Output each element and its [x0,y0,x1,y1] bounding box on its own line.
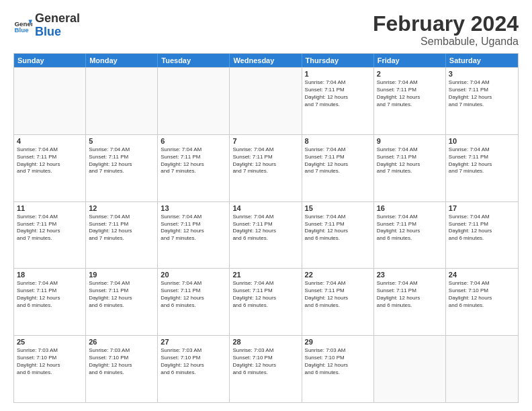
day-info: Sunrise: 7:04 AMSunset: 7:11 PMDaylight:… [305,146,371,175]
day-cell-20: 20Sunrise: 7:04 AMSunset: 7:11 PMDayligh… [158,269,230,335]
day-number: 29 [305,338,371,346]
day-header-tuesday: Tuesday [158,54,230,67]
day-header-thursday: Thursday [302,54,374,67]
day-cell-16: 16Sunrise: 7:04 AMSunset: 7:11 PMDayligh… [374,202,446,269]
calendar-header: SundayMondayTuesdayWednesdayThursdayFrid… [14,54,518,67]
logo-icon: General Blue [13,16,32,35]
day-cell-empty [86,68,158,134]
calendar-row-5: 25Sunrise: 7:03 AMSunset: 7:10 PMDayligh… [14,335,518,402]
calendar-row-3: 11Sunrise: 7:04 AMSunset: 7:11 PMDayligh… [14,201,518,269]
calendar-row-4: 18Sunrise: 7:04 AMSunset: 7:11 PMDayligh… [14,268,518,335]
calendar-body: 1Sunrise: 7:04 AMSunset: 7:11 PMDaylight… [14,67,518,402]
day-info: Sunrise: 7:04 AMSunset: 7:11 PMDaylight:… [161,280,226,309]
day-cell-17: 17Sunrise: 7:04 AMSunset: 7:11 PMDayligh… [446,202,518,269]
day-info: Sunrise: 7:04 AMSunset: 7:11 PMDaylight:… [89,214,154,242]
day-info: Sunrise: 7:04 AMSunset: 7:11 PMDaylight:… [305,79,371,108]
day-cell-empty [230,68,302,134]
day-info: Sunrise: 7:04 AMSunset: 7:11 PMDaylight:… [17,146,83,175]
title-block: February 2024 Sembabule, Uganda [373,12,519,48]
day-cell-empty [158,68,230,134]
day-info: Sunrise: 7:04 AMSunset: 7:11 PMDaylight:… [89,280,154,309]
day-cell-empty [446,336,518,402]
day-info: Sunrise: 7:04 AMSunset: 7:11 PMDaylight:… [377,79,443,108]
calendar-row-1: 1Sunrise: 7:04 AMSunset: 7:11 PMDaylight… [14,67,518,134]
day-info: Sunrise: 7:04 AMSunset: 7:11 PMDaylight:… [449,214,515,242]
day-info: Sunrise: 7:04 AMSunset: 7:11 PMDaylight:… [449,79,515,108]
day-cell-27: 27Sunrise: 7:03 AMSunset: 7:10 PMDayligh… [158,336,230,402]
day-info: Sunrise: 7:04 AMSunset: 7:11 PMDaylight:… [89,146,154,175]
day-info: Sunrise: 7:04 AMSunset: 7:11 PMDaylight:… [161,214,226,242]
day-cell-6: 6Sunrise: 7:04 AMSunset: 7:11 PMDaylight… [158,135,230,201]
day-cell-18: 18Sunrise: 7:04 AMSunset: 7:11 PMDayligh… [14,269,86,335]
day-cell-14: 14Sunrise: 7:04 AMSunset: 7:11 PMDayligh… [230,202,302,269]
month-title: February 2024 [373,12,519,36]
day-cell-13: 13Sunrise: 7:04 AMSunset: 7:11 PMDayligh… [158,202,230,269]
day-number: 11 [17,204,83,212]
day-cell-25: 25Sunrise: 7:03 AMSunset: 7:10 PMDayligh… [14,336,86,402]
day-number: 21 [232,271,298,279]
day-info: Sunrise: 7:04 AMSunset: 7:11 PMDaylight:… [17,214,83,242]
day-cell-22: 22Sunrise: 7:04 AMSunset: 7:11 PMDayligh… [302,269,374,335]
day-cell-15: 15Sunrise: 7:04 AMSunset: 7:11 PMDayligh… [302,202,374,269]
svg-text:Blue: Blue [14,26,29,34]
day-cell-5: 5Sunrise: 7:04 AMSunset: 7:11 PMDaylight… [86,135,158,201]
day-header-saturday: Saturday [446,54,518,67]
day-info: Sunrise: 7:03 AMSunset: 7:10 PMDaylight:… [305,347,371,376]
day-number: 8 [305,137,371,145]
day-cell-19: 19Sunrise: 7:04 AMSunset: 7:11 PMDayligh… [86,269,158,335]
day-number: 6 [161,137,226,145]
day-number: 18 [17,271,83,279]
day-info: Sunrise: 7:04 AMSunset: 7:11 PMDaylight:… [377,280,443,309]
day-info: Sunrise: 7:04 AMSunset: 7:11 PMDaylight:… [377,214,443,242]
day-info: Sunrise: 7:04 AMSunset: 7:11 PMDaylight:… [377,146,443,175]
day-number: 13 [161,204,226,212]
day-number: 9 [377,137,443,145]
calendar-row-2: 4Sunrise: 7:04 AMSunset: 7:11 PMDaylight… [14,134,518,201]
day-info: Sunrise: 7:04 AMSunset: 7:10 PMDaylight:… [449,280,515,309]
day-cell-8: 8Sunrise: 7:04 AMSunset: 7:11 PMDaylight… [302,135,374,201]
logo-text: General Blue [35,12,80,39]
day-cell-24: 24Sunrise: 7:04 AMSunset: 7:10 PMDayligh… [446,269,518,335]
day-cell-4: 4Sunrise: 7:04 AMSunset: 7:11 PMDaylight… [14,135,86,201]
day-number: 10 [449,137,515,145]
day-number: 23 [377,271,443,279]
day-cell-23: 23Sunrise: 7:04 AMSunset: 7:11 PMDayligh… [374,269,446,335]
logo: General Blue General Blue [13,12,80,39]
day-number: 20 [161,271,226,279]
day-info: Sunrise: 7:03 AMSunset: 7:10 PMDaylight:… [232,347,298,376]
day-info: Sunrise: 7:04 AMSunset: 7:11 PMDaylight:… [305,214,371,242]
day-header-monday: Monday [86,54,158,67]
day-number: 5 [89,137,154,145]
day-cell-empty [14,68,86,134]
day-number: 19 [89,271,154,279]
location-subtitle: Sembabule, Uganda [373,36,519,48]
day-number: 26 [89,338,154,346]
day-info: Sunrise: 7:04 AMSunset: 7:11 PMDaylight:… [305,280,371,309]
day-header-sunday: Sunday [14,54,86,67]
day-number: 3 [449,70,515,78]
day-info: Sunrise: 7:04 AMSunset: 7:11 PMDaylight:… [161,146,226,175]
day-header-friday: Friday [374,54,446,67]
day-cell-1: 1Sunrise: 7:04 AMSunset: 7:11 PMDaylight… [302,68,374,134]
day-info: Sunrise: 7:04 AMSunset: 7:11 PMDaylight:… [232,214,298,242]
day-cell-11: 11Sunrise: 7:04 AMSunset: 7:11 PMDayligh… [14,202,86,269]
day-cell-2: 2Sunrise: 7:04 AMSunset: 7:11 PMDaylight… [374,68,446,134]
page: General Blue General Blue February 2024 … [0,0,532,411]
day-info: Sunrise: 7:04 AMSunset: 7:11 PMDaylight:… [449,146,515,175]
day-number: 12 [89,204,154,212]
day-number: 2 [377,70,443,78]
day-info: Sunrise: 7:03 AMSunset: 7:10 PMDaylight:… [89,347,154,376]
day-number: 24 [449,271,515,279]
day-cell-3: 3Sunrise: 7:04 AMSunset: 7:11 PMDaylight… [446,68,518,134]
day-cell-12: 12Sunrise: 7:04 AMSunset: 7:11 PMDayligh… [86,202,158,269]
day-number: 4 [17,137,83,145]
header: General Blue General Blue February 2024 … [13,12,519,48]
day-cell-empty [374,336,446,402]
day-cell-10: 10Sunrise: 7:04 AMSunset: 7:11 PMDayligh… [446,135,518,201]
day-info: Sunrise: 7:04 AMSunset: 7:11 PMDaylight:… [232,280,298,309]
day-info: Sunrise: 7:04 AMSunset: 7:11 PMDaylight:… [232,146,298,175]
day-number: 22 [305,271,371,279]
day-cell-28: 28Sunrise: 7:03 AMSunset: 7:10 PMDayligh… [230,336,302,402]
day-number: 15 [305,204,371,212]
day-cell-7: 7Sunrise: 7:04 AMSunset: 7:11 PMDaylight… [230,135,302,201]
